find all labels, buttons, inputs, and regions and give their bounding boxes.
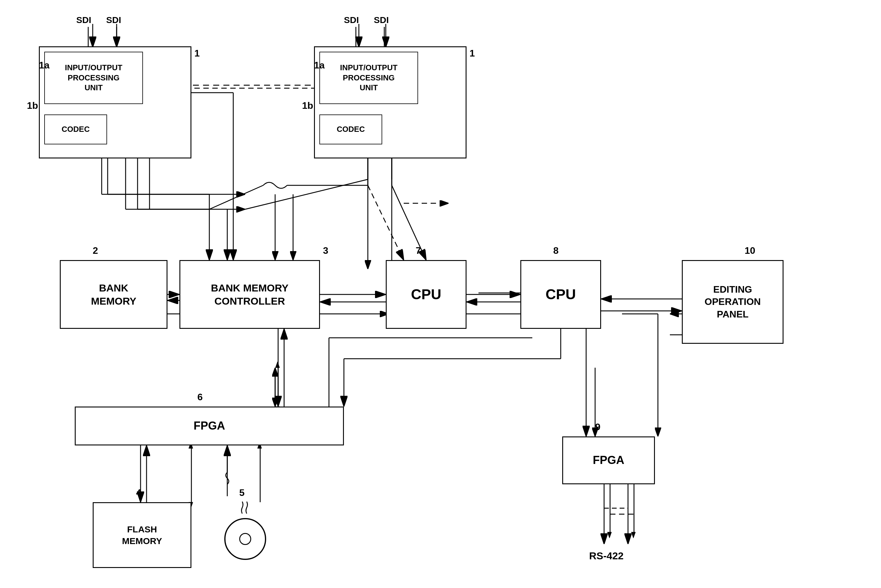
- svg-line-15: [245, 179, 368, 209]
- disk-icon: [215, 496, 275, 562]
- io-unit-right-outer: INPUT/OUTPUTPROCESSINGUNIT CODEC: [314, 46, 467, 158]
- svg-marker-41: [631, 532, 635, 538]
- fpga-right: FPGA: [562, 436, 655, 484]
- ref-1a-left: 1a: [39, 60, 50, 71]
- sdi-left-1: SDI: [76, 15, 91, 25]
- ref-5: 5: [239, 487, 245, 498]
- codec-left: CODEC: [44, 114, 107, 144]
- sdi-right-2: SDI: [374, 15, 389, 25]
- ref-3: 3: [323, 245, 328, 256]
- cpu-right: CPU: [520, 260, 601, 329]
- svg-marker-27: [275, 362, 280, 368]
- svg-line-65: [209, 185, 263, 209]
- io-unit-right-inner: INPUT/OUTPUTPROCESSINGUNIT: [320, 52, 418, 104]
- bank-memory-controller: BANK MEMORYCONTROLLER: [179, 260, 320, 329]
- bank-memory: BANKMEMORY: [60, 260, 168, 329]
- svg-line-67: [368, 185, 404, 260]
- ref-1a-right: 1a: [314, 60, 325, 71]
- ref-6: 6: [197, 392, 203, 403]
- ref-1-right: 1: [470, 48, 475, 59]
- fpga-left: FPGA: [75, 406, 344, 446]
- editing-operation-panel: EDITINGOPERATIONPANEL: [682, 260, 783, 344]
- diagram: INPUT/OUTPUTPROCESSINGUNIT CODEC 1 1a 1b…: [0, 0, 881, 588]
- rs422-label: RS-422: [589, 550, 623, 562]
- ref-1b-left: 1b: [27, 100, 38, 111]
- ref-2: 2: [93, 245, 98, 256]
- svg-marker-39: [607, 532, 612, 538]
- ref-9: 9: [595, 422, 600, 432]
- ref-10: 10: [744, 245, 755, 256]
- flash-memory: FLASHMEMORY: [93, 502, 191, 568]
- io-unit-left-inner: INPUT/OUTPUTPROCESSINGUNIT: [44, 52, 143, 104]
- sdi-left-2: SDI: [106, 15, 121, 25]
- ref-1b-right: 1b: [302, 100, 313, 111]
- ref-4: 4: [136, 487, 141, 498]
- ref-1-left: 1: [194, 48, 200, 59]
- ref-7: 7: [416, 245, 421, 256]
- codec-right: CODEC: [320, 114, 382, 144]
- sdi-right-1: SDI: [344, 15, 359, 25]
- io-unit-left-outer: INPUT/OUTPUTPROCESSINGUNIT CODEC: [39, 46, 191, 158]
- ref-8: 8: [553, 245, 558, 256]
- cpu-left: CPU: [386, 260, 467, 329]
